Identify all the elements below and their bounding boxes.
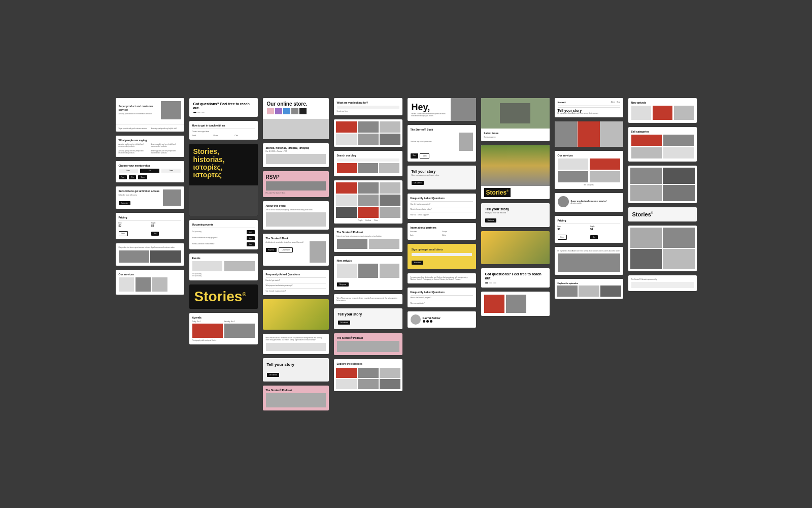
event-img-1 xyxy=(192,261,223,271)
ee2-title: Explore the episodes xyxy=(557,281,621,285)
signup-btn[interactable]: Subscribe xyxy=(412,261,423,265)
pc7-buy[interactable]: Buy xyxy=(590,235,598,239)
hey-card: Hey, We are a small but talented and exp… xyxy=(408,98,476,121)
ep-img-4 xyxy=(336,379,357,389)
lemon-img xyxy=(481,231,550,264)
faq-title: Frequently Asked Questions xyxy=(266,273,326,276)
pgl-img-3 xyxy=(630,185,662,201)
social-3[interactable] xyxy=(430,320,432,323)
pp-img-3 xyxy=(630,249,662,269)
testimonial-hero-card: Super product and customer service! Amaz… xyxy=(116,98,184,132)
sign-up-card: Sign up to get email alerts Subscribe xyxy=(408,244,476,269)
nav-item-1[interactable]: About xyxy=(611,101,615,103)
faq-card: Frequently Asked Questions How do I get … xyxy=(263,270,329,295)
field-photo-img xyxy=(481,145,550,186)
pc7-free[interactable]: Free xyxy=(558,235,567,240)
na-img-1 xyxy=(337,264,357,278)
price-single-btn[interactable]: Buy xyxy=(151,232,159,236)
fp-img-1 xyxy=(484,295,504,313)
stories-yellow-big-card: Stories® xyxy=(189,284,258,309)
our-services-card: Our services Sell categories xyxy=(555,151,623,189)
testimonials-title: What people are saying xyxy=(119,139,181,142)
na-btn[interactable]: Shop now xyxy=(337,282,349,287)
pgl-img-4 xyxy=(663,185,695,201)
agenda-day: Today, Dec 1 xyxy=(192,321,223,323)
btn-free[interactable]: Free xyxy=(119,175,127,179)
search-desc: Search our blog xyxy=(337,110,399,112)
green-inner-img xyxy=(500,103,530,123)
event3-btn[interactable]: Join xyxy=(247,242,255,246)
tell-story4-card: Tell your story Share your voice with th… xyxy=(481,203,550,227)
book-buy-btn[interactable]: Buy now xyxy=(266,248,277,252)
green-hero-title: Latest issue xyxy=(484,132,547,135)
podcast-footer-card: The Stories® Podcast is sponsored by xyxy=(628,275,697,291)
green-hero-text: Stories magazine xyxy=(484,136,547,138)
faq2-q3: How can I contact support? xyxy=(411,214,473,216)
pp-img-2 xyxy=(663,228,695,248)
stories-dark-title: Stories,historias,ιστορίες,ιστορτες xyxy=(193,148,254,179)
sb-btn-2[interactable]: Learn xyxy=(420,153,430,158)
price-free-btn[interactable]: Free xyxy=(119,231,128,236)
podcast-footer-text: The Stories® Podcast is sponsored by xyxy=(631,278,694,280)
person-name: GasTek Seltzer xyxy=(423,316,441,320)
ch3: Chat xyxy=(235,135,255,137)
podcast-title: The Stories® Podcast xyxy=(337,231,399,234)
hey-title: Hey, xyxy=(412,102,447,113)
book-learn-btn[interactable]: Learn more xyxy=(279,247,292,252)
na2-img-3 xyxy=(674,106,694,120)
social-2[interactable] xyxy=(426,320,429,323)
stories-dark-image xyxy=(189,185,258,216)
ts4-text: Share your voice with the world xyxy=(485,212,546,214)
contact-faq-card: Frequently Asked Questions What is the S… xyxy=(408,288,476,307)
photo-1 xyxy=(119,250,150,263)
agenda-card: Agenda Today, Dec 1 Saturday, Nov 2 Phot… xyxy=(189,313,258,344)
stories-dark-card: Stories,historias,ιστορίες,ιστορτες xyxy=(189,144,258,216)
na2-img-2 xyxy=(653,106,672,120)
pp-img-1 xyxy=(630,228,662,248)
search-input-2[interactable] xyxy=(337,158,399,162)
bp-img-4 xyxy=(336,195,357,206)
bp-nav-1: People xyxy=(358,219,362,221)
flowers-card xyxy=(555,121,623,147)
bp-img-7 xyxy=(336,207,357,218)
pink-podcast2-card: The Stories® Podcast xyxy=(334,333,402,355)
contact-card: Got questions? Feel free to reach out. xyxy=(189,98,258,117)
pricing-title-c1: Pricing xyxy=(119,216,181,219)
cat-title: Sell categories xyxy=(631,130,694,133)
blog-grid-card xyxy=(334,119,402,147)
btn-pro[interactable]: Pro xyxy=(129,175,137,179)
event2-btn[interactable]: Join xyxy=(247,236,255,240)
rsvp-title: RSVP xyxy=(266,174,326,180)
signup-email[interactable] xyxy=(412,253,472,256)
book-promo-text: A collection of remarkable stories from … xyxy=(266,241,308,243)
sb-btn-1[interactable]: Buy xyxy=(411,153,418,158)
super-product-label: Super product and customer service! xyxy=(119,105,159,112)
t2: Amazing quality and very helpful and rec… xyxy=(151,143,181,147)
os-img-2 xyxy=(590,158,620,170)
btn-team[interactable]: Team xyxy=(138,175,147,179)
ts4-btn[interactable]: Start now xyxy=(485,218,497,223)
fp-img-2 xyxy=(506,295,526,313)
ts2-btn[interactable]: Get started xyxy=(338,321,351,325)
store-color-1 xyxy=(267,108,274,114)
social-1[interactable] xyxy=(423,320,425,323)
subscribe-btn[interactable]: Subscribe xyxy=(119,201,130,205)
t1: Amazing quality and very helpful and rec… xyxy=(119,143,149,147)
testimonial-image xyxy=(161,101,181,119)
cfaq-title: Frequently Asked Questions xyxy=(411,291,473,294)
ts3-btn[interactable]: Get started xyxy=(412,181,424,185)
event1-btn[interactable]: Join xyxy=(247,230,255,234)
search-input-1[interactable] xyxy=(337,106,399,109)
flower-promo-card xyxy=(481,292,550,316)
hey-image xyxy=(451,98,476,121)
pricing-card-c1: Pricing Free $0 Free Single $9 Buy xyxy=(116,213,184,240)
signup-text: Sign up to get email alerts xyxy=(412,248,472,251)
green-hero-card: Latest issue Stories magazine xyxy=(481,98,550,141)
bio-text: Hi, my name is StockMaker and these are … xyxy=(558,250,620,252)
nav-item-2[interactable]: Blog xyxy=(617,101,620,103)
pink-podcast-img xyxy=(266,393,326,407)
tell-story-btn[interactable]: Get started xyxy=(267,373,280,377)
blog-img-3 xyxy=(380,121,400,133)
stories-badge-card: Stories® xyxy=(628,207,697,221)
contact-footer-title: Got questions? Feel free to reach out. xyxy=(485,272,546,281)
